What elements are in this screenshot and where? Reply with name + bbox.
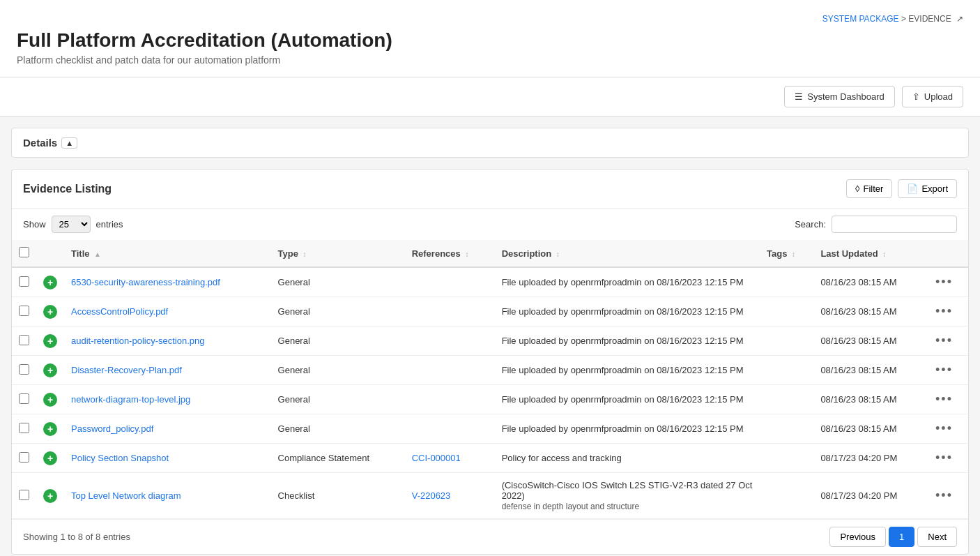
row-actions-menu[interactable]: ••• [935, 363, 953, 377]
row-references [405, 414, 495, 444]
row-checkbox[interactable] [19, 335, 29, 345]
tags-sort-icon[interactable]: ↕ [792, 250, 795, 258]
row-actions-menu[interactable]: ••• [935, 488, 953, 502]
row-references [405, 326, 495, 356]
row-last-updated: 08/16/23 08:15 AM [813, 267, 928, 297]
title-sort-icon[interactable]: ▲ [94, 250, 101, 258]
previous-button[interactable]: Previous [829, 527, 886, 547]
row-tags [760, 326, 813, 356]
reference-link[interactable]: V-220623 [412, 490, 451, 501]
details-section: Details ▲ [11, 128, 969, 158]
table-controls: Show 10 25 50 100 entries Search: [12, 209, 968, 240]
table-row: + Disaster-Recovery-Plan.pdf General Fil… [12, 356, 968, 385]
export-button[interactable]: 📄 Export [898, 179, 957, 198]
page-1-button[interactable]: 1 [889, 527, 914, 547]
references-sort-icon[interactable]: ↕ [465, 250, 468, 258]
row-last-updated: 08/17/23 04:20 PM [813, 444, 928, 473]
row-title-link[interactable]: Top Level Network diagram [71, 490, 181, 501]
table-row: + 6530-security-awareness-training.pdf G… [12, 267, 968, 297]
row-actions-menu[interactable]: ••• [935, 392, 953, 406]
details-toggle-icon[interactable]: ▲ [61, 137, 77, 149]
last-updated-sort-icon[interactable]: ↕ [882, 250, 886, 258]
row-actions-menu[interactable]: ••• [935, 421, 953, 435]
row-title-link[interactable]: Disaster-Recovery-Plan.pdf [71, 365, 182, 375]
row-actions-menu[interactable]: ••• [935, 333, 953, 347]
evidence-actions: ◊ Filter 📄 Export [846, 179, 957, 198]
add-icon[interactable]: + [43, 451, 57, 465]
row-description: (CiscoSwitch-Cisco IOS Switch L2S STIG-V… [495, 473, 760, 519]
col-type: Type ↕ [271, 240, 405, 267]
upload-icon: ⇧ [912, 91, 920, 102]
row-tags [760, 414, 813, 444]
row-description: File uploaded by openrmfproadmin on 08/1… [495, 385, 760, 414]
row-references [405, 385, 495, 414]
row-checkbox[interactable] [19, 306, 29, 316]
row-description: File uploaded by openrmfproadmin on 08/1… [495, 414, 760, 444]
next-button[interactable]: Next [917, 527, 957, 547]
row-tags [760, 444, 813, 473]
row-last-updated: 08/16/23 08:15 AM [813, 326, 928, 356]
col-references: References ↕ [405, 240, 495, 267]
row-title-link[interactable]: Password_policy.pdf [71, 423, 153, 434]
row-checkbox[interactable] [19, 364, 29, 375]
row-type: General [271, 267, 405, 297]
col-title: Title ▲ [64, 240, 271, 267]
add-icon[interactable]: + [43, 422, 57, 436]
row-type: General [271, 385, 405, 414]
table-row: + Password_policy.pdf General File uploa… [12, 414, 968, 444]
entries-per-page-select[interactable]: 10 25 50 100 [52, 216, 91, 233]
row-title-link[interactable]: network-diagram-top-level.jpg [71, 394, 190, 405]
system-package-link[interactable]: SYSTEM PACKAGE [822, 14, 899, 24]
row-references [405, 267, 495, 297]
system-dashboard-button[interactable]: ☰ System Dashboard [784, 86, 895, 107]
row-actions-menu[interactable]: ••• [935, 275, 953, 289]
add-icon[interactable]: + [43, 393, 57, 407]
add-icon[interactable]: + [43, 334, 57, 348]
showing-text: Showing 1 to 8 of 8 entries [23, 532, 130, 542]
row-actions-menu[interactable]: ••• [935, 451, 953, 465]
row-type: General [271, 326, 405, 356]
evidence-table: Title ▲ Type ↕ References ↕ Description … [12, 240, 968, 519]
row-checkbox[interactable] [19, 423, 29, 433]
row-title-link[interactable]: audit-retention-policy-section.png [71, 336, 205, 346]
row-tags [760, 356, 813, 385]
row-checkbox[interactable] [19, 276, 29, 287]
evidence-section: Evidence Listing ◊ Filter 📄 Export Show … [11, 169, 969, 555]
row-checkbox[interactable] [19, 452, 29, 463]
table-row: + Top Level Network diagram Checklist V-… [12, 473, 968, 519]
table-body: + 6530-security-awareness-training.pdf G… [12, 267, 968, 519]
row-actions-menu[interactable]: ••• [935, 304, 953, 318]
row-title-link[interactable]: 6530-security-awareness-training.pdf [71, 277, 220, 287]
row-type: General [271, 356, 405, 385]
export-icon: 📄 [907, 183, 918, 194]
row-checkbox[interactable] [19, 393, 29, 404]
add-icon[interactable]: + [43, 305, 57, 319]
row-tags [760, 297, 813, 326]
reference-link[interactable]: CCI-000001 [412, 453, 461, 463]
details-title: Details ▲ [23, 137, 957, 149]
row-title-link[interactable]: AccessControlPolicy.pdf [71, 306, 168, 317]
description-sort-icon[interactable]: ↕ [556, 250, 560, 258]
page-header: SYSTEM PACKAGE > EVIDENCE ↗ Full Platfor… [0, 0, 980, 117]
add-icon[interactable]: + [43, 489, 57, 503]
external-link-icon: ↗ [956, 14, 963, 24]
row-tags [760, 267, 813, 297]
table-row: + AccessControlPolicy.pdf General File u… [12, 297, 968, 326]
add-icon[interactable]: + [43, 276, 57, 290]
type-sort-icon[interactable]: ↕ [303, 250, 307, 258]
row-description: File uploaded by openrmfproadmin on 08/1… [495, 297, 760, 326]
upload-button[interactable]: ⇧ Upload [902, 86, 963, 107]
add-icon[interactable]: + [43, 363, 57, 377]
search-input[interactable] [832, 216, 957, 233]
table-row: + audit-retention-policy-section.png Gen… [12, 326, 968, 356]
page-subtitle: Platform checklist and patch data for ou… [17, 54, 963, 66]
search-box: Search: [795, 216, 957, 233]
row-last-updated: 08/16/23 08:15 AM [813, 385, 928, 414]
row-tags [760, 473, 813, 519]
row-checkbox[interactable] [19, 490, 29, 500]
filter-button[interactable]: ◊ Filter [846, 179, 892, 198]
row-type: General [271, 414, 405, 444]
select-all-checkbox[interactable] [19, 247, 29, 257]
row-last-updated: 08/16/23 08:15 AM [813, 356, 928, 385]
row-title-link[interactable]: Policy Section Snapshot [71, 453, 169, 463]
